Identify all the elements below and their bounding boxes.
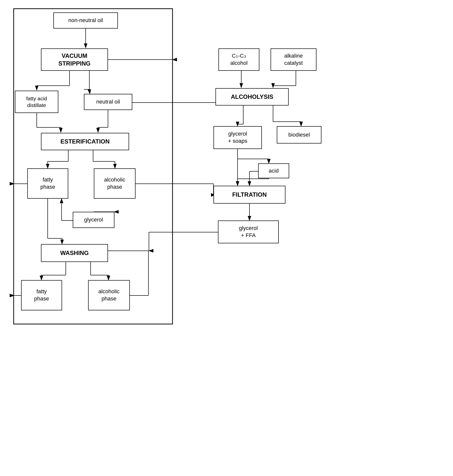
svg-line-9 — [89, 89, 90, 94]
fatty-phase-1-box: fattyphase — [27, 168, 68, 199]
c1c3-alcohol-box: C₁-C₃alcohol — [218, 48, 259, 71]
alkaline-catalyst-box: alkalinecatalyst — [271, 48, 316, 71]
alkaline-catalyst-label: alkalinecatalyst — [284, 52, 303, 67]
filtration-label: FILTRATION — [232, 191, 267, 198]
diagram-container: non-neutral oil VACUUMSTRIPPING fatty ac… — [0, 0, 453, 476]
non-neutral-oil-label: non-neutral oil — [68, 17, 103, 24]
alcoholysis-box: ALCOHOLYSIS — [215, 88, 289, 106]
esterification-box: ESTERIFICATION — [41, 133, 129, 150]
alcoholic-phase-2-box: alcoholicphase — [88, 280, 130, 310]
acid-box: acid — [258, 163, 289, 178]
vacuum-stripping-label: VACUUMSTRIPPING — [58, 52, 90, 67]
glycerol-mid-box: glycerol — [73, 212, 114, 228]
glycerol-soaps-box: glycerol+ soaps — [213, 126, 262, 149]
glycerol-ffa-label: glycerol+ FFA — [239, 225, 258, 239]
filtration-box: FILTRATION — [213, 186, 285, 204]
washing-box: WASHING — [41, 244, 108, 262]
alcoholysis-label: ALCOHOLYSIS — [231, 93, 273, 101]
neutral-oil-box: neutral oil — [84, 94, 132, 110]
neutral-oil-label: neutral oil — [96, 98, 120, 106]
fatty-acid-distillate-label: fatty aciddistillate — [26, 95, 47, 109]
c1c3-alcohol-label: C₁-C₃alcohol — [230, 52, 248, 67]
fatty-acid-distillate-box: fatty aciddistillate — [15, 91, 58, 113]
washing-label: WASHING — [60, 249, 89, 257]
fatty-phase-1-label: fattyphase — [40, 176, 55, 190]
acid-label: acid — [269, 167, 279, 175]
vacuum-stripping-box: VACUUMSTRIPPING — [41, 48, 108, 71]
biodiesel-label: biodiesel — [288, 131, 310, 139]
alcoholic-phase-1-box: alcoholicphase — [94, 168, 136, 199]
fatty-phase-2-box: fattyphase — [21, 280, 62, 310]
biodiesel-box: biodiesel — [277, 126, 321, 144]
glycerol-soaps-label: glycerol+ soaps — [228, 130, 247, 145]
glycerol-ffa-box: glycerol+ FFA — [218, 220, 279, 243]
esterification-label: ESTERIFICATION — [60, 138, 109, 145]
alcoholic-phase-1-label: alcoholicphase — [104, 176, 125, 190]
non-neutral-oil-box: non-neutral oil — [53, 12, 118, 29]
fatty-phase-2-label: fattyphase — [34, 288, 49, 302]
glycerol-mid-label: glycerol — [84, 216, 103, 223]
alcoholic-phase-2-label: alcoholicphase — [98, 288, 120, 302]
